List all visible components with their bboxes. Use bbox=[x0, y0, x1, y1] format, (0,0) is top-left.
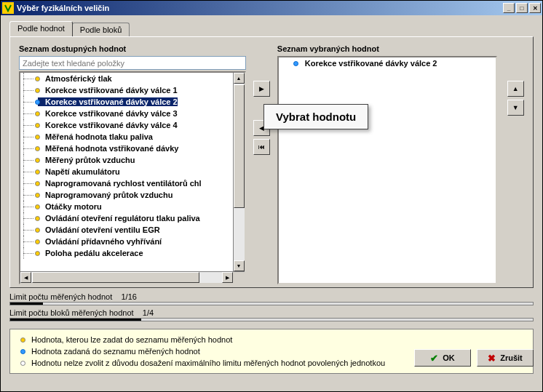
scroll-right-icon[interactable]: ▶ bbox=[222, 272, 233, 283]
bullet-icon bbox=[35, 193, 40, 198]
scroll-up-icon[interactable]: ▲ bbox=[234, 73, 245, 84]
item-label: Poloha pedálu akcelerace bbox=[38, 249, 143, 257]
list-item[interactable]: Atmosférický tlak bbox=[20, 73, 233, 84]
item-label: Ovládání přídavného vyhřívání bbox=[38, 237, 162, 246]
item-label: Korekce vstřikované dávky válce 2 bbox=[302, 59, 437, 68]
app-icon bbox=[2, 2, 14, 14]
item-label: Korekce vstřikované dávky válce 3 bbox=[38, 109, 178, 118]
ok-button[interactable]: ✔ OK bbox=[414, 349, 471, 367]
bullet-icon bbox=[35, 251, 40, 256]
item-label: Ovládání otevření ventilu EGR bbox=[38, 225, 160, 234]
item-label: Napětí akumulátoru bbox=[38, 167, 120, 176]
available-title: Seznam dostupných hodnot bbox=[19, 44, 246, 53]
limit-values-label: Limit počtu měřených hodnot bbox=[9, 292, 112, 301]
bullet-icon bbox=[293, 61, 298, 66]
selected-panel: Seznam vybraných hodnot Korekce vstřikov… bbox=[277, 44, 497, 284]
limit-blocks-label: Limit počtu bloků měřených hodnot bbox=[9, 308, 134, 317]
list-item[interactable]: Korekce vstřikované dávky válce 2 bbox=[20, 96, 233, 108]
bullet-icon bbox=[35, 76, 40, 81]
vertical-scrollbar[interactable]: ▲ ▼ bbox=[233, 73, 245, 271]
item-label: Otáčky motoru bbox=[38, 202, 102, 211]
item-label: Měřená hodnota tlaku paliva bbox=[38, 132, 153, 141]
list-item[interactable]: Měřená hodnota vstřikované dávky bbox=[20, 143, 233, 154]
cancel-button[interactable]: ✖ Zrušit bbox=[477, 349, 534, 367]
list-item[interactable]: Ovládání otevření regulátoru tlaku paliv… bbox=[20, 212, 233, 224]
bullet-icon bbox=[35, 111, 40, 116]
limit-values-value: 1/16 bbox=[121, 292, 136, 301]
list-item[interactable]: Napětí akumulátoru bbox=[20, 166, 233, 177]
list-item[interactable]: Měřená hodnota tlaku paliva bbox=[20, 131, 233, 143]
bullet-icon bbox=[35, 158, 40, 163]
list-item[interactable]: Měřený průtok vzduchu bbox=[20, 154, 233, 166]
list-item[interactable]: Ovládání otevření ventilu EGR bbox=[20, 224, 233, 236]
bullet-icon bbox=[35, 123, 40, 128]
limit-blocks: Limit počtu bloků měřených hodnot 1/4 bbox=[9, 308, 534, 321]
remove-all-button[interactable]: ⏮ bbox=[253, 139, 270, 155]
bullet-icon bbox=[35, 88, 40, 93]
close-button[interactable]: ✕ bbox=[529, 3, 541, 13]
item-label: Měřená hodnota vstřikované dávky bbox=[38, 144, 178, 153]
window-title: Výběr fyzikálních veličin bbox=[17, 4, 503, 12]
available-list[interactable]: Atmosférický tlakKorekce vstřikované dáv… bbox=[19, 71, 246, 284]
item-label: Atmosférický tlak bbox=[38, 74, 112, 83]
order-buttons: ▲ ▼ bbox=[507, 44, 524, 284]
tab-content: Seznam dostupných hodnot Atmosférický tl… bbox=[9, 36, 534, 288]
tooltip: Vybrat hodnotu bbox=[263, 104, 368, 129]
transfer-buttons: ▶ ◀ ⏮ bbox=[253, 44, 270, 284]
list-item[interactable]: Ovládání přídavného vyhřívání bbox=[20, 236, 233, 247]
minimize-button[interactable]: _ bbox=[503, 3, 515, 13]
bullet-icon bbox=[35, 204, 40, 209]
search-input[interactable] bbox=[19, 56, 246, 70]
add-button[interactable]: ▶ bbox=[253, 81, 270, 97]
bullet-yellow-icon bbox=[20, 337, 25, 343]
list-item[interactable]: Korekce vstřikované dávky válce 2 bbox=[279, 57, 484, 69]
list-item[interactable]: Korekce vstřikované dávky válce 3 bbox=[20, 108, 233, 119]
selected-list[interactable]: Korekce vstřikované dávky válce 2 bbox=[277, 56, 497, 284]
item-label: Korekce vstřikované dávky válce 4 bbox=[38, 121, 178, 129]
bullet-icon bbox=[35, 216, 40, 221]
footer-buttons: ✔ OK ✖ Zrušit bbox=[9, 349, 534, 367]
item-label: Naprogramovaný průtok vzduchu bbox=[38, 191, 173, 199]
client-area: Podle hodnot Podle bloků Seznam dostupný… bbox=[1, 15, 542, 391]
maximize-button[interactable]: □ bbox=[516, 3, 528, 13]
bullet-icon bbox=[35, 146, 40, 151]
item-label: Naprogramovaná rychlost ventilátorů chl bbox=[38, 179, 202, 188]
item-label: Ovládání otevření regulátoru tlaku paliv… bbox=[38, 214, 200, 223]
limit-blocks-value: 1/4 bbox=[143, 308, 154, 317]
tab-by-values[interactable]: Podle hodnot bbox=[9, 21, 73, 36]
available-panel: Seznam dostupných hodnot Atmosférický tl… bbox=[19, 44, 246, 284]
item-label: Měřený průtok vzduchu bbox=[38, 156, 135, 164]
limit-blocks-bar bbox=[9, 318, 534, 321]
scroll-thumb[interactable] bbox=[234, 84, 245, 208]
bullet-icon bbox=[35, 100, 40, 105]
scroll-thumb-h[interactable] bbox=[32, 272, 199, 283]
limits: Limit počtu měřených hodnot 1/16 Limit p… bbox=[9, 292, 534, 324]
list-item[interactable]: Naprogramovaná rychlost ventilátorů chl bbox=[20, 177, 233, 189]
bullet-icon bbox=[35, 239, 40, 244]
bullet-icon bbox=[35, 135, 40, 140]
item-label: Korekce vstřikované dávky válce 2 bbox=[38, 97, 178, 106]
scroll-left-icon[interactable]: ◀ bbox=[20, 272, 31, 283]
tabs: Podle hodnot Podle bloků bbox=[9, 21, 534, 36]
selected-title: Seznam vybraných hodnot bbox=[277, 44, 497, 53]
horizontal-scrollbar[interactable]: ◀ ▶ bbox=[20, 271, 245, 283]
item-label: Korekce vstřikované dávky válce 1 bbox=[38, 86, 178, 95]
list-item[interactable]: Korekce vstřikované dávky válce 1 bbox=[20, 84, 233, 96]
bullet-icon bbox=[35, 181, 40, 186]
list-item[interactable]: Korekce vstřikované dávky válce 4 bbox=[20, 119, 233, 131]
check-icon: ✔ bbox=[430, 353, 438, 364]
legend-available: Hodnota, kterou lze zadat do seznamu měř… bbox=[16, 334, 527, 345]
list-item[interactable]: Naprogramovaný průtok vzduchu bbox=[20, 189, 233, 201]
list-item[interactable]: Poloha pedálu akcelerace bbox=[20, 247, 233, 259]
tab-by-blocks[interactable]: Podle bloků bbox=[72, 23, 130, 36]
list-item[interactable]: Otáčky motoru bbox=[20, 201, 233, 212]
cross-icon: ✖ bbox=[488, 353, 496, 364]
bullet-icon bbox=[35, 228, 40, 233]
scroll-down-icon[interactable]: ▼ bbox=[234, 260, 245, 271]
limit-values: Limit počtu měřených hodnot 1/16 bbox=[9, 292, 534, 305]
window: Výběr fyzikálních veličin _ □ ✕ Podle ho… bbox=[0, 0, 543, 392]
move-down-button[interactable]: ▼ bbox=[507, 100, 524, 116]
scroll-corner bbox=[233, 272, 245, 284]
bullet-icon bbox=[35, 169, 40, 175]
move-up-button[interactable]: ▲ bbox=[507, 81, 524, 97]
